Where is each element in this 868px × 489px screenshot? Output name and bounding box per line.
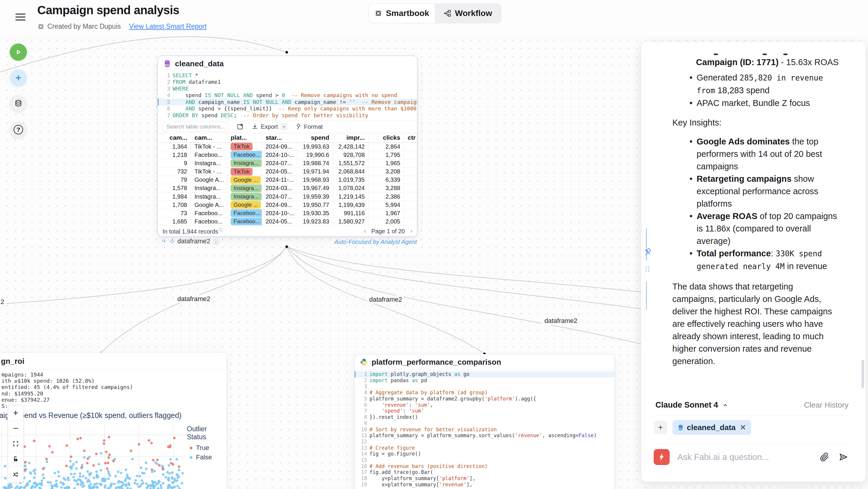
- code-line[interactable]: 14fig = go.Figure(): [355, 451, 615, 457]
- table-row[interactable]: 732TikTok - ...TikTok2024-05...19,971.94…: [158, 167, 417, 176]
- code-line[interactable]: 3WHERE: [158, 85, 417, 92]
- legend-item-false[interactable]: False: [190, 454, 226, 461]
- column-header[interactable]: spend: [297, 133, 333, 142]
- node-platform-performance[interactable]: platform_performance_comparison 1import …: [354, 354, 615, 489]
- data-sources-button[interactable]: [10, 95, 26, 111]
- remove-context-icon[interactable]: ✕: [740, 423, 746, 432]
- node-campaign-roi[interactable]: gn_roi mpaigns: 1944 ith ≥$10k spend: 10…: [0, 352, 227, 489]
- column-header[interactable]: cam...: [158, 133, 191, 142]
- shuffle-layout-button[interactable]: [8, 467, 23, 482]
- code-line[interactable]: 4 spend IS NOT NULL AND spend > 0 -- Rem…: [158, 92, 417, 99]
- run-workflow-button[interactable]: [10, 43, 27, 61]
- zoom-in-button[interactable]: [8, 405, 23, 421]
- code-line[interactable]: 11platform_summary = platform_summary.so…: [355, 432, 615, 439]
- zoom-out-button[interactable]: [8, 421, 23, 436]
- fold-caret-icon[interactable]: ⌄: [370, 396, 372, 400]
- panel-scrollbar[interactable]: [862, 360, 864, 388]
- edge-label-clipped: 2: [0, 298, 6, 306]
- export-dropdown-button[interactable]: [280, 123, 287, 130]
- code-line[interactable]: 6 'revenue': 'sum',: [355, 402, 615, 408]
- code-line[interactable]: 17fig.add_trace(go.Bar(: [355, 469, 615, 476]
- line-number: 2: [355, 377, 369, 383]
- menu-button[interactable]: [16, 13, 26, 21]
- column-header[interactable]: clicks: [369, 133, 404, 142]
- code-line[interactable]: 3: [355, 383, 615, 390]
- code-line[interactable]: 8}).reset_index(): [355, 414, 615, 420]
- lock-button[interactable]: [8, 451, 23, 467]
- prev-page-button[interactable]: ‹: [364, 227, 366, 235]
- column-header[interactable]: ctr: [404, 133, 417, 142]
- code-line[interactable]: 7 'spend': 'sum': [355, 408, 615, 414]
- table-cell: 19,950.77: [297, 201, 333, 209]
- format-label: Format: [304, 123, 323, 130]
- code-line[interactable]: 6 AND spend > {{spend_limit}} -- Keep on…: [158, 105, 417, 112]
- node-handle-top[interactable]: [285, 51, 288, 54]
- code-line[interactable]: 4# Aggregate data by platform (ad group): [355, 390, 615, 396]
- fold-caret-icon[interactable]: ⌄: [173, 72, 175, 77]
- code-line[interactable]: 16# Add revenue bars (positive direction…: [355, 463, 615, 469]
- table-row[interactable]: 1,984Instagra...Instagra...2024-07...19,…: [158, 192, 417, 201]
- help-button[interactable]: ?: [10, 122, 26, 137]
- expand-table-button[interactable]: [237, 123, 244, 130]
- view-latest-report-link[interactable]: View Latest Smart Report: [129, 23, 207, 30]
- column-header[interactable]: star...: [262, 133, 297, 142]
- table-cell: 1,551,572: [333, 159, 369, 167]
- code-line[interactable]: 12: [355, 439, 615, 445]
- code-line[interactable]: 15: [355, 457, 615, 463]
- code-line[interactable]: 13# Create figure: [355, 445, 615, 451]
- code-line[interactable]: 18 y=platform_summary['platform'],: [355, 476, 615, 482]
- code-line[interactable]: 1import plotly.graph_objects as go: [355, 371, 615, 377]
- info-icon[interactable]: ⓘ: [219, 227, 223, 232]
- code-text: # Create figure: [369, 445, 415, 451]
- table-row[interactable]: 79Google A...Google ...2024-11-...19,968…: [158, 176, 417, 184]
- legend-item-true[interactable]: True: [190, 444, 226, 452]
- code-line[interactable]: 2import pandas as pd: [355, 377, 615, 384]
- table-row[interactable]: 9Instagra...Instagra...2024-07...19,988.…: [158, 159, 417, 167]
- code-line[interactable]: 5⌄platform_summary = dataframe2.groupby(…: [355, 396, 615, 402]
- result-table[interactable]: cam...cam...plat...star...spendimpr...cl…: [158, 133, 417, 226]
- column-header[interactable]: cam...: [191, 133, 227, 142]
- scatter-plot[interactable]: [0, 425, 184, 489]
- export-button[interactable]: Export: [251, 123, 287, 130]
- tab-smartbook[interactable]: Smartbook: [369, 4, 435, 23]
- table-row[interactable]: 1,578Instagra...Instagra...2024-03...19,…: [158, 184, 417, 192]
- table-row[interactable]: 1,218Faceboo...Faceboo...2024-10-...19,9…: [158, 151, 417, 159]
- code-line[interactable]: 7ORDER BY spend DESC; -- Order by spend …: [158, 112, 417, 119]
- code-line[interactable]: 2FROM dataframe1: [158, 79, 417, 86]
- dataframe-chip-label: dataframe2: [177, 237, 210, 245]
- send-button[interactable]: [838, 452, 848, 462]
- clear-history-button[interactable]: Clear History: [804, 400, 848, 410]
- table-row[interactable]: 73Faceboo...Faceboo...2024-10-...19,930.…: [158, 209, 417, 218]
- tab-workflow[interactable]: Workflow: [435, 4, 501, 23]
- column-header[interactable]: plat...: [227, 133, 262, 142]
- add-node-button[interactable]: [10, 70, 26, 86]
- node-cleaned-data[interactable]: SQL cleaned_data 1⌄SELECT *2FROM datafra…: [157, 56, 417, 237]
- fit-view-button[interactable]: [8, 436, 23, 451]
- next-page-button[interactable]: ›: [410, 227, 412, 235]
- python-code-editor[interactable]: 1import plotly.graph_objects as go2impor…: [355, 370, 615, 488]
- context-chip-cleaned-data[interactable]: SQL cleaned_data ✕: [673, 420, 751, 435]
- search-input[interactable]: [162, 122, 229, 131]
- node-handle-bottom[interactable]: [285, 245, 288, 248]
- table-row[interactable]: 1,364TikTok - ...TikTok2024-09...19,993.…: [158, 143, 417, 151]
- line-number: 11: [355, 432, 369, 438]
- format-button[interactable]: Format: [295, 123, 323, 130]
- created-by-text: Created by Marc Dupuis: [48, 23, 121, 30]
- code-line[interactable]: 10# Sort by revenue for better visualiza…: [355, 426, 615, 432]
- table-row[interactable]: 1,685Faceboo...Faceboo...2024-05...19,92…: [158, 218, 417, 226]
- ask-question-input[interactable]: [677, 452, 812, 462]
- code-line[interactable]: 9: [355, 420, 615, 427]
- platform-badge: Instagra...: [230, 159, 262, 167]
- add-context-button[interactable]: +: [654, 421, 667, 434]
- unpin-panel-button[interactable]: [644, 247, 652, 256]
- code-line[interactable]: 1⌄SELECT *: [158, 72, 417, 79]
- model-selector[interactable]: Claude Sonnet 4: [655, 400, 728, 410]
- sql-code-editor[interactable]: 1⌄SELECT *2FROM dataframe13WHERE4 spend …: [158, 71, 417, 120]
- table-row[interactable]: 1,708Google A...Google ...2024-09...19,9…: [158, 201, 417, 209]
- dataframe-output-chip[interactable]: dataframe2 ⋮: [161, 237, 219, 245]
- panel-drag-handle[interactable]: [644, 265, 651, 273]
- code-line[interactable]: 5 AND campaign_name IS NOT NULL AND camp…: [158, 98, 417, 105]
- column-header[interactable]: impr...: [333, 133, 369, 142]
- attachment-button[interactable]: [820, 452, 830, 462]
- code-line[interactable]: 19 x=platform_summary['revenue'],: [355, 481, 615, 488]
